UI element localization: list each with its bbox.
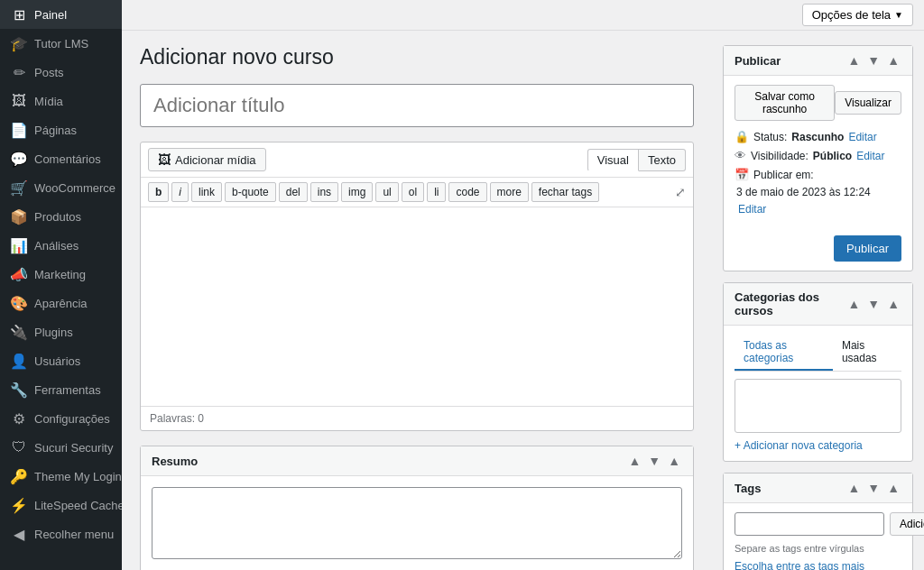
post-title-input[interactable] xyxy=(140,84,694,127)
save-draft-button[interactable]: Salvar como rascunho xyxy=(735,85,835,121)
publish-actions-top: Salvar como rascunho Visualizar xyxy=(735,85,901,121)
publish-date-row: 📅 Publicar em: 3 de maio de 2023 às 12:2… xyxy=(735,168,901,216)
publish-collapse-down[interactable]: ▼ xyxy=(865,53,882,68)
format-img[interactable]: img xyxy=(341,182,373,202)
categories-list xyxy=(735,379,901,433)
sidebar-item-configuracoes[interactable]: ⚙ Configurações xyxy=(0,404,122,433)
publish-body: Salvar como rascunho Visualizar 🔒 Status… xyxy=(724,76,912,230)
publish-drag[interactable]: ▲ xyxy=(885,53,901,68)
tags-collapse-up[interactable]: ▲ xyxy=(845,481,862,495)
tag-hint: Separe as tags entre vírgulas xyxy=(735,543,901,554)
editor-content-area[interactable] xyxy=(141,207,693,406)
sidebar-item-ferramentas[interactable]: 🔧 Ferramentas xyxy=(0,375,122,404)
screen-options-button[interactable]: Opções de tela ▼ xyxy=(802,4,913,26)
analytics-icon: 📊 xyxy=(11,237,27,253)
sidebar-item-woocommerce[interactable]: 🛒 WooCommerce xyxy=(0,173,122,202)
media-icon: 🖼 xyxy=(11,93,27,109)
sidebar-label-paginas: Páginas xyxy=(34,124,77,137)
format-ins[interactable]: ins xyxy=(310,182,338,202)
marketing-icon: 📣 xyxy=(11,266,27,282)
tab-texto[interactable]: Texto xyxy=(639,149,686,171)
categories-collapse-down[interactable]: ▼ xyxy=(865,297,882,311)
resumo-drag[interactable]: ▲ xyxy=(666,454,682,468)
format-ul[interactable]: ul xyxy=(375,182,398,202)
format-bold[interactable]: b xyxy=(148,182,169,202)
categories-drag[interactable]: ▲ xyxy=(885,297,901,311)
format-bquote[interactable]: b-quote xyxy=(225,182,276,202)
sidebar-label-midia: Mídia xyxy=(34,95,63,108)
format-close-tags[interactable]: fechar tags xyxy=(531,182,599,202)
sidebar-label-aparencia: Aparência xyxy=(34,297,88,310)
publish-button[interactable]: Publicar xyxy=(834,235,901,262)
add-media-button[interactable]: 🖼 Adicionar mídia xyxy=(148,148,266,171)
tutor-icon: 🎓 xyxy=(11,35,27,51)
content-area: Adicionar novo curso 🖼 Adicionar mídia V… xyxy=(122,31,924,570)
categories-collapse-up[interactable]: ▲ xyxy=(845,297,862,311)
format-italic[interactable]: i xyxy=(171,182,189,202)
sidebar-item-comentarios[interactable]: 💬 Comentários xyxy=(0,144,122,173)
tags-collapse-down[interactable]: ▼ xyxy=(865,481,882,495)
resumo-collapse-down[interactable]: ▼ xyxy=(646,454,662,468)
editor-toolbar-top: 🖼 Adicionar mídia Visual Texto xyxy=(141,142,693,178)
categories-header: Categorias dos cursos ▲ ▼ ▲ xyxy=(724,283,912,326)
page-title: Adicionar novo curso xyxy=(140,45,694,69)
visibility-value: Público xyxy=(813,150,852,162)
sidebar-label-ferramentas: Ferramentas xyxy=(34,383,101,397)
security-icon: 🛡 xyxy=(11,439,27,455)
tab-all-categories[interactable]: Todas as categorias xyxy=(735,335,833,371)
sidebar-item-painel[interactable]: ⊞ Painel xyxy=(0,0,122,29)
tools-icon: 🔧 xyxy=(11,382,27,398)
tab-visual[interactable]: Visual xyxy=(587,149,639,171)
sidebar-label-tutor: Tutor LMS xyxy=(34,37,88,51)
publish-collapse-up[interactable]: ▲ xyxy=(845,53,862,68)
tab-most-used[interactable]: Mais usadas xyxy=(833,335,901,371)
chevron-down-icon: ▼ xyxy=(894,10,903,20)
format-code[interactable]: code xyxy=(448,182,486,202)
status-edit-link[interactable]: Editar xyxy=(848,131,876,143)
sidebar-label-theme-my-login: Theme My Login xyxy=(34,470,122,483)
resumo-textarea[interactable] xyxy=(152,487,682,559)
publish-box: Publicar ▲ ▼ ▲ Salvar como rascunho Visu… xyxy=(723,45,913,271)
popular-tags-link[interactable]: Escolha entre as tags mais usadas xyxy=(735,560,864,570)
format-ol[interactable]: ol xyxy=(402,182,424,202)
add-tag-button[interactable]: Adicionar xyxy=(890,512,924,536)
format-del[interactable]: del xyxy=(279,182,308,202)
sidebar-label-produtos: Produtos xyxy=(34,210,81,224)
tags-controls: ▲ ▼ ▲ xyxy=(845,481,901,495)
format-li[interactable]: li xyxy=(427,182,446,202)
fullscreen-button[interactable]: ⤢ xyxy=(675,185,686,199)
sidebar-item-sucuri[interactable]: 🛡 Sucuri Security xyxy=(0,433,122,462)
sidebar-item-usuarios[interactable]: 👤 Usuários xyxy=(0,346,122,375)
publish-date-edit-link[interactable]: Editar xyxy=(738,203,766,216)
tags-header: Tags ▲ ▼ ▲ xyxy=(724,473,912,503)
tag-input[interactable] xyxy=(735,512,884,536)
visibility-edit-link[interactable]: Editar xyxy=(856,150,884,162)
resumo-collapse-up[interactable]: ▲ xyxy=(626,454,642,468)
sidebar-item-litespeed[interactable]: ⚡ LiteSpeed Cache xyxy=(0,491,122,519)
preview-button[interactable]: Visualizar xyxy=(835,91,901,115)
sidebar-item-theme-my-login[interactable]: 🔑 Theme My Login xyxy=(0,462,122,491)
sidebar-item-recolher[interactable]: ◀ Recolher menu xyxy=(0,519,122,548)
pages-icon: 📄 xyxy=(11,122,27,138)
add-category-link[interactable]: + Adicionar nova categoria xyxy=(735,439,863,452)
resumo-title: Resumo xyxy=(152,455,198,468)
tags-drag[interactable]: ▲ xyxy=(885,481,901,495)
sidebar-item-produtos[interactable]: 📦 Produtos xyxy=(0,202,122,231)
format-more[interactable]: more xyxy=(490,182,529,202)
sidebar-item-plugins[interactable]: 🔌 Plugins xyxy=(0,317,122,346)
visibility-label: Visibilidade: xyxy=(751,150,808,162)
posts-icon: ✏ xyxy=(11,64,27,80)
sidebar-item-aparencia[interactable]: 🎨 Aparência xyxy=(0,289,122,317)
sidebar-item-posts[interactable]: ✏ Posts xyxy=(0,58,122,87)
sidebar-item-paginas[interactable]: 📄 Páginas xyxy=(0,115,122,144)
sidebar-item-midia[interactable]: 🖼 Mídia xyxy=(0,87,122,115)
settings-icon: ⚙ xyxy=(11,410,27,427)
publish-title: Publicar xyxy=(735,54,781,68)
screen-options-label: Opções de tela xyxy=(812,8,891,22)
format-link[interactable]: link xyxy=(191,182,222,202)
sidebar-item-marketing[interactable]: 📣 Marketing xyxy=(0,260,122,289)
sidebar-item-analises[interactable]: 📊 Análises xyxy=(0,231,122,260)
sidebar-item-tutor-lms[interactable]: 🎓 Tutor LMS xyxy=(0,29,122,58)
resumo-header: Resumo ▲ ▼ ▲ xyxy=(141,446,693,476)
calendar-icon: 📅 xyxy=(735,168,749,181)
